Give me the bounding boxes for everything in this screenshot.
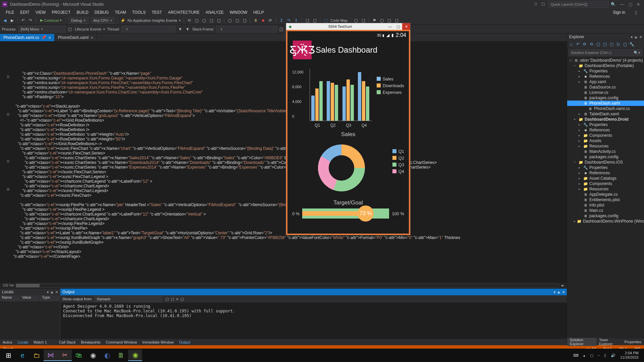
wrench-icon[interactable]: 🔧 xyxy=(629,42,634,47)
sx-tree-item[interactable]: 🗎DataSource.cs xyxy=(567,84,644,90)
action-center-icon[interactable]: ▢ xyxy=(590,353,593,358)
output-header[interactable]: Output ▾⬙✕ xyxy=(60,289,567,295)
menu-analyze[interactable]: ANALYZE xyxy=(203,10,227,15)
tb-icon[interactable]: ▢ xyxy=(201,18,207,23)
tb-icon[interactable]: ▢ xyxy=(379,18,384,23)
col-type[interactable]: Type xyxy=(40,295,60,301)
tb-icon[interactable]: ▢ xyxy=(279,26,284,32)
insights-icon[interactable]: ⚡ xyxy=(120,18,125,23)
expand-icon[interactable]: ▿ xyxy=(574,161,577,164)
expand-icon[interactable]: ▸ xyxy=(579,177,582,180)
tb-icon[interactable]: ▢ xyxy=(216,18,221,23)
tab-phonedash-xaml[interactable]: PhoneDash.xaml ✕ xyxy=(55,34,97,41)
preview-icon[interactable]: ⟨⟩ xyxy=(615,42,621,47)
dropdown-icon[interactable]: ▾ xyxy=(47,290,49,294)
tab-locals[interactable]: Locals xyxy=(15,340,31,344)
thread-combo[interactable] xyxy=(122,26,175,33)
tb-icon[interactable]: ▢ xyxy=(227,18,232,23)
tb-icon[interactable]: ▢ xyxy=(353,18,359,23)
sx-tree-item[interactable]: ▢⧉ution 'DashboardDemo' (4 projects) xyxy=(567,58,644,63)
close-icon[interactable]: ✕ xyxy=(48,36,51,40)
store-icon[interactable]: 🛍 xyxy=(72,350,86,361)
close-icon[interactable]: ✕ xyxy=(562,290,565,294)
eclipse-icon[interactable]: ◐ xyxy=(100,350,114,361)
tb-icon[interactable]: ▢ xyxy=(194,18,199,23)
menu-debug[interactable]: DEBUG xyxy=(92,10,112,15)
props-icon[interactable]: ▢ xyxy=(609,42,614,47)
sx-tree-item[interactable]: ▸🔧Properties xyxy=(567,68,644,74)
sync-icon[interactable]: ⟳ xyxy=(582,42,587,47)
emulator-titlebar[interactable]: ◆ 5554:TestXuni — ▢ ✕ xyxy=(286,23,410,30)
home-icon[interactable]: ⌂ xyxy=(569,42,574,47)
step-over-icon[interactable]: ↷ xyxy=(286,18,291,23)
taskbar-clock[interactable]: 2:04 PM 11/18/2015 xyxy=(620,351,639,360)
start-button[interactable]: ⊞ xyxy=(1,350,15,361)
sx-tree-item[interactable]: ▸🗎PhoneDash.xaml xyxy=(567,101,644,106)
stop-icon[interactable]: ■ xyxy=(260,18,266,23)
tab-watch1[interactable]: Watch 1 xyxy=(31,340,50,344)
sx-tree-item[interactable]: 🗎MainActivity.cs xyxy=(567,149,644,154)
sx-tree-item[interactable]: ▸📁Assets xyxy=(567,138,644,143)
sx-tree-item[interactable]: ▸📁Asset Catalogs xyxy=(567,176,644,181)
sx-tree-item[interactable]: 🗎packages.config xyxy=(567,95,644,101)
codemap-icon[interactable]: ⬚ xyxy=(323,18,328,23)
menu-test[interactable]: TEST xyxy=(149,10,165,15)
dropdown-icon[interactable]: ▾ xyxy=(631,35,633,39)
back-icon[interactable]: ↶ xyxy=(575,42,581,47)
platform-combo[interactable]: Any CPU xyxy=(91,17,114,24)
zoom-level[interactable]: 100 % xyxy=(3,284,12,287)
sx-tree-item[interactable]: 🗎packages.config xyxy=(567,213,644,219)
expand-icon[interactable]: ▸ xyxy=(579,139,582,142)
config-combo[interactable]: Debug xyxy=(69,17,89,24)
volume-icon[interactable]: 🔊 xyxy=(611,353,615,358)
flag-icon[interactable]: ⚑ xyxy=(372,18,377,23)
menu-file[interactable]: FILE xyxy=(3,10,17,15)
step-into-icon[interactable]: ↧ xyxy=(279,18,284,23)
showall-icon[interactable]: ▢ xyxy=(602,42,607,47)
tb-icon[interactable]: ▢ xyxy=(386,18,392,23)
sx-tree-item[interactable]: 🗎Entitlements.plist xyxy=(567,197,644,202)
sx-tree-item[interactable]: ▸🗎App.xaml xyxy=(567,79,644,84)
expand-icon[interactable]: ▸ xyxy=(579,69,582,73)
vs-icon[interactable]: ⋈ xyxy=(44,350,58,361)
expand-icon[interactable]: ▸ xyxy=(579,182,582,185)
sx-tree-item[interactable]: ▸■References xyxy=(567,127,644,133)
sx-tree-item[interactable]: ▸■References xyxy=(567,74,644,79)
chevron-down-icon[interactable]: ▾ xyxy=(12,284,14,287)
output-text[interactable]: Agent Designer 4.0.0.1689 is running Con… xyxy=(60,303,567,339)
sx-tree-item[interactable]: ▸🔧Properties xyxy=(567,165,644,170)
expand-icon[interactable]: ▸ xyxy=(579,144,582,148)
pause-icon[interactable]: ⏸ xyxy=(253,18,258,23)
collapse-icon[interactable]: ▢ xyxy=(595,42,601,47)
menu-edit[interactable]: EDIT xyxy=(17,10,32,15)
menu-team[interactable]: TEAM xyxy=(112,10,129,15)
sx-tree-item[interactable]: ▸📁DashboardDemo.WinPhone (Windows Phone … xyxy=(567,219,644,224)
horizontal-scrollbar[interactable] xyxy=(16,284,559,288)
sx-tree-item[interactable]: 🗎AppDelegate.cs xyxy=(567,192,644,197)
sx-tree-item[interactable]: ▸📁Resources xyxy=(567,143,644,149)
tab-solution-explorer[interactable]: Solution Explorer xyxy=(567,338,596,346)
battery-icon[interactable]: ▯ xyxy=(604,353,606,358)
refresh-icon[interactable]: ⟲ xyxy=(589,42,594,47)
menu-build[interactable]: BUILD xyxy=(73,10,91,15)
sx-tree-item[interactable]: ▸📁Resources xyxy=(567,186,644,192)
menu-tools[interactable]: TOOLS xyxy=(129,10,149,15)
expand-icon[interactable]: ▸ xyxy=(579,75,582,78)
tb-icon[interactable]: ▢ xyxy=(361,18,366,23)
step-icon[interactable]: ⟲ xyxy=(186,18,192,23)
expand-icon[interactable]: ▸ xyxy=(579,171,582,175)
search-icon[interactable]: 🔍 xyxy=(611,2,616,7)
sx-tree-item[interactable]: 🗎PhoneDash.xaml.cs xyxy=(567,106,644,111)
close-icon[interactable]: ✕ xyxy=(91,36,93,40)
sx-tree-item[interactable]: 🗎Main.cs xyxy=(567,208,644,213)
sx-tree-item[interactable]: ▸📁Components xyxy=(567,133,644,138)
locals-header[interactable]: Locals ▾⬙✕ xyxy=(0,289,60,295)
tab-immediate[interactable]: Immediate Window xyxy=(140,340,176,344)
clear2-icon[interactable]: ▢ xyxy=(180,297,184,301)
user-icon[interactable]: ▯ xyxy=(632,10,641,15)
expand-icon[interactable]: ▸ xyxy=(579,166,582,169)
tab-team-explorer[interactable]: Team Explorer xyxy=(596,338,622,346)
sx-tree-item[interactable]: 🗎Info.plist xyxy=(567,202,644,208)
pin-icon[interactable]: ⬙ xyxy=(51,290,53,294)
step-out-icon[interactable]: ↥ xyxy=(293,18,299,23)
